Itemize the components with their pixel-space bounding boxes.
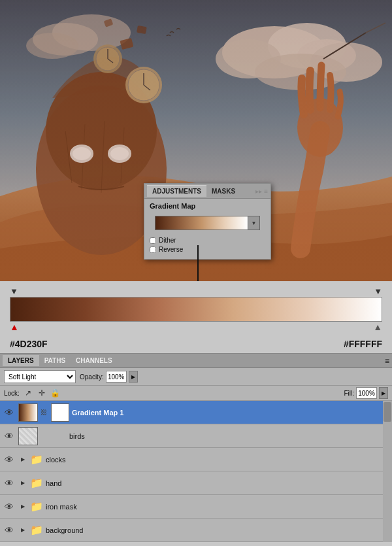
dither-row: Dither xyxy=(150,237,265,244)
gradient-preview[interactable]: ▼ xyxy=(155,216,260,230)
gradient-bar-section: ▼ ▼ ▲ ▲ xyxy=(0,281,392,335)
lock-label: Lock: xyxy=(4,390,20,397)
layer-visibility-btn[interactable]: 👁 xyxy=(3,453,16,466)
layer-row[interactable]: 👁 ⛓ Gradient Map 1 xyxy=(0,401,392,424)
gradient-dropdown-btn[interactable]: ▼ xyxy=(248,216,259,230)
layer-name: iron mask xyxy=(46,503,389,511)
layer-expand-btn[interactable]: ▶ xyxy=(18,502,27,511)
hex-labels: #4D230F #FFFFFF xyxy=(0,335,392,353)
layer-name: Gradient Map 1 xyxy=(72,409,389,417)
hex-label-right: #FFFFFF xyxy=(344,339,382,349)
scrollbar-thumb[interactable] xyxy=(384,402,391,422)
layers-panel-menu-icon[interactable]: ≡ xyxy=(385,356,389,366)
layer-row[interactable]: 👁 birds xyxy=(0,424,392,448)
layer-thumb-gradient xyxy=(18,403,38,422)
fill-arrow-btn[interactable]: ▶ xyxy=(379,387,388,399)
lock-move-icon[interactable]: ✛ xyxy=(37,388,47,398)
layer-link-icon: ⛓ xyxy=(41,409,47,416)
opacity-input[interactable] xyxy=(106,371,127,383)
folder-icon: 📁 xyxy=(30,453,43,466)
fill-label: Fill: xyxy=(344,390,354,397)
eye-icon: 👁 xyxy=(5,478,14,488)
layer-name: hand xyxy=(46,479,389,487)
opacity-control: Opacity: ▶ xyxy=(80,371,138,383)
layer-name: clocks xyxy=(46,456,389,464)
eye-icon: 👁 xyxy=(5,454,14,465)
fill-input[interactable] xyxy=(356,387,377,399)
lock-lock-icon[interactable]: 🔒 xyxy=(50,388,61,398)
eye-icon: 👁 xyxy=(5,431,14,441)
panel-options: Dither Reverse xyxy=(144,233,270,259)
folder-icon: 📁 xyxy=(30,500,43,513)
layer-row[interactable]: 👁 ▶ 📁 hand xyxy=(0,471,392,495)
artwork-area: ADJUSTMENTS MASKS ▸▸ ≡ Gradient Map ▼ Di… xyxy=(0,0,392,281)
gradient-bar[interactable] xyxy=(10,297,382,322)
tab-paths[interactable]: PATHS xyxy=(39,355,71,366)
tab-layers[interactable]: LAYERS xyxy=(3,355,39,366)
opacity-label: Opacity: xyxy=(80,373,104,381)
gradient-bar-wrapper: ▼ ▼ ▲ ▲ xyxy=(10,286,382,332)
arrow-container xyxy=(193,245,203,281)
layer-row[interactable]: 👁 ▶ 📁 iron mask xyxy=(0,495,392,519)
layer-visibility-btn[interactable]: 👁 xyxy=(3,477,16,490)
blend-mode-select[interactable]: Soft Light xyxy=(4,370,76,383)
panel-tabs: ADJUSTMENTS MASKS ▸▸ ≡ xyxy=(144,184,270,199)
layers-rows-container: 👁 ⛓ Gradient Map 1 👁 birds 👁 xyxy=(0,401,392,542)
layer-name: background xyxy=(46,526,389,534)
tab-adjustments[interactable]: ADJUSTMENTS xyxy=(147,185,206,197)
lock-arrow-icon[interactable]: ↗ xyxy=(23,388,33,398)
hex-label-left: #4D230F xyxy=(10,339,48,349)
stop-bottom-right-icon[interactable]: ▲ xyxy=(373,322,382,332)
folder-icon: 📁 xyxy=(30,477,43,489)
dither-label: Dither xyxy=(159,237,176,244)
layer-row[interactable]: 👁 ▶ 📁 background xyxy=(0,519,392,542)
layer-mask-thumb xyxy=(51,403,69,422)
tab-channels[interactable]: CHANNELS xyxy=(71,355,118,366)
layer-expand-btn[interactable]: ▶ xyxy=(18,455,27,464)
layer-visibility-btn[interactable]: 👁 xyxy=(3,524,16,537)
panel-menu-icon[interactable]: ▸▸ ≡ xyxy=(255,188,268,195)
stop-top-left-icon[interactable]: ▼ xyxy=(10,286,18,296)
layers-panel: LAYERS PATHS CHANNELS ≡ Soft Light Opaci… xyxy=(0,353,392,542)
tab-masks[interactable]: MASKS xyxy=(206,186,240,197)
folder-icon: 📁 xyxy=(30,524,43,536)
layer-expand-btn[interactable]: ▶ xyxy=(18,479,27,488)
stop-bottom-left-icon[interactable]: ▲ xyxy=(10,322,19,332)
panel-title: Gradient Map xyxy=(144,199,270,213)
dither-checkbox[interactable] xyxy=(150,237,156,244)
fill-control: Fill: ▶ xyxy=(344,387,388,399)
layer-visibility-btn[interactable]: 👁 xyxy=(3,406,16,419)
layer-thumb-birds xyxy=(18,427,38,445)
layer-name: birds xyxy=(69,432,389,440)
layers-controls: Soft Light Opacity: ▶ xyxy=(0,368,392,386)
eye-icon: 👁 xyxy=(5,407,14,418)
eye-icon: 👁 xyxy=(5,525,14,536)
layer-visibility-btn[interactable]: 👁 xyxy=(3,430,16,443)
layer-row[interactable]: 👁 ▶ 📁 clocks xyxy=(0,448,392,471)
layers-scrollbar[interactable] xyxy=(383,401,392,542)
lock-controls: Lock: ↗ ✛ 🔒 Fill: ▶ xyxy=(0,386,392,401)
adjustments-panel: ADJUSTMENTS MASKS ▸▸ ≡ Gradient Map ▼ Di… xyxy=(144,183,271,260)
layer-visibility-btn[interactable]: 👁 xyxy=(3,500,16,513)
eye-icon: 👁 xyxy=(5,502,14,512)
arrow-line xyxy=(197,245,199,281)
layers-panel-tabs: LAYERS PATHS CHANNELS ≡ xyxy=(0,354,392,368)
opacity-arrow-btn[interactable]: ▶ xyxy=(129,371,138,383)
reverse-checkbox[interactable] xyxy=(150,247,156,253)
reverse-row: Reverse xyxy=(150,246,265,253)
layer-expand-btn[interactable]: ▶ xyxy=(18,526,27,535)
reverse-label: Reverse xyxy=(159,246,183,253)
stop-top-right-icon[interactable]: ▼ xyxy=(374,286,382,296)
